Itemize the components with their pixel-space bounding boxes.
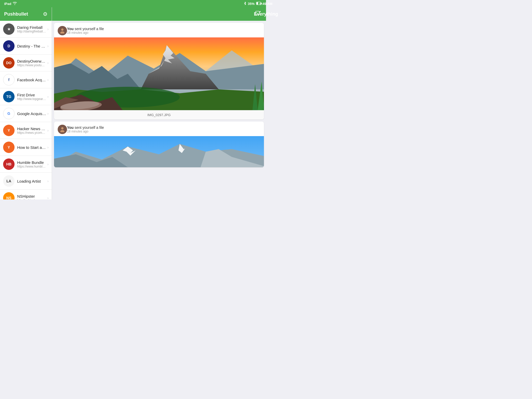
avatar-2: [58, 125, 67, 134]
right-header: Everything: [52, 7, 266, 21]
sidebar-item-text-nshipster: NSHipsterhttp://nshipster.com: [17, 194, 46, 200]
chevron-right-icon: ›: [47, 111, 49, 116]
main-layout: Pushbullet ⚙ ★Daring Fireballhttp://dari…: [0, 7, 266, 200]
sidebar-item-url-humble-bundle: https://www.humblebundle.c...: [17, 165, 46, 168]
feed-filename: IMG_0297.JPG: [54, 110, 264, 119]
feed-time-2: 18 minutes ago: [67, 130, 260, 133]
sidebar-item-name-hacker-news-500: Hacker News 500: [17, 127, 46, 131]
sidebar-item-icon-destiny-game: D: [3, 40, 15, 52]
sidebar-item-nshipster[interactable]: NSNSHipsterhttp://nshipster.com›: [0, 190, 52, 200]
svg-point-4: [61, 29, 64, 31]
chevron-right-icon: ›: [47, 44, 49, 48]
svg-point-22: [60, 130, 64, 132]
chevron-right-icon: ›: [47, 61, 49, 65]
sidebar-item-url-nshipster: http://nshipster.com: [17, 198, 46, 200]
sidebar-item-url-daring-fireball: http://daringfireball.net/: [17, 30, 46, 33]
sidebar-item-icon-google-acquisitions: G: [3, 108, 15, 119]
sidebar-item-name-nshipster: NSHipster: [17, 194, 46, 198]
sidebar-item-text-destiny-game: Destiny - The Game: [17, 44, 46, 48]
sidebar-item-name-destiny-game: Destiny - The Game: [17, 44, 46, 48]
sidebar-item-name-facebook-acquisitions: Facebook Acquisitions: [17, 78, 46, 82]
status-left: iPad: [4, 2, 17, 6]
sidebar-item-text-how-to-start: How to Start a Startup: [17, 145, 46, 150]
chevron-right-icon: ›: [47, 128, 49, 132]
sidebar-item-name-google-acquisitions: Google Acquisitions: [17, 111, 46, 116]
sidebar-item-url-destiny-overwatch: https://www.youtube.com/ch...: [17, 63, 46, 67]
chevron-right-icon: ›: [47, 78, 49, 82]
sidebar-item-text-facebook-acquisitions: Facebook Acquisitions: [17, 78, 46, 82]
sidebar-item-icon-how-to-start: Y: [3, 142, 15, 153]
sidebar-item-text-loading-artist: Loading Artist: [17, 179, 46, 183]
battery-percent: 35%: [248, 2, 255, 6]
feed-sender-2: You sent yourself a file: [67, 125, 260, 130]
wifi-icon: [13, 2, 17, 6]
sidebar-item-name-loading-artist: Loading Artist: [17, 179, 46, 183]
sidebar-item-text-hacker-news-500: Hacker News 500https://news.ycombinator.…: [17, 127, 46, 135]
feed-item: You sent yourself a file 18 minutes ago: [54, 23, 264, 119]
sidebar-item-name-first-drive: First Drive: [17, 93, 46, 97]
feed-meta: You sent yourself a file 18 minutes ago: [67, 27, 260, 35]
svg-rect-2: [257, 2, 258, 4]
sidebar-item-humble-bundle[interactable]: HBHumble Bundlehttps://www.humblebundle.…: [0, 156, 52, 173]
sidebar-item-how-to-start[interactable]: YHow to Start a Startup›: [0, 139, 52, 156]
chevron-right-icon: ›: [47, 27, 49, 31]
feed-sender: You sent yourself a file: [67, 27, 260, 31]
right-title: Everything: [254, 11, 266, 17]
chevron-right-icon: ›: [47, 95, 49, 99]
right-panel: Everything: [52, 7, 266, 200]
sidebar-item-facebook-acquisitions[interactable]: fFacebook Acquisitions›: [0, 71, 52, 88]
sidebar-item-destiny-game[interactable]: DDestiny - The Game›: [0, 38, 52, 55]
feed-image-container: [54, 37, 264, 110]
settings-gear-icon[interactable]: ⚙: [43, 11, 48, 17]
sidebar-item-icon-nshipster: NS: [3, 192, 15, 200]
sidebar-item-text-daring-fireball: Daring Fireballhttp://daringfireball.net…: [17, 25, 46, 33]
sidebar-item-text-humble-bundle: Humble Bundlehttps://www.humblebundle.c.…: [17, 160, 46, 168]
sidebar-item-icon-daring-fireball: ★: [3, 23, 15, 35]
feed-item-header: You sent yourself a file 18 minutes ago: [54, 23, 264, 37]
status-right: 35%: [244, 2, 262, 6]
sidebar-item-destiny-overwatch[interactable]: DODestinyOverwatchhttps://www.youtube.co…: [0, 55, 52, 71]
sidebar-item-first-drive[interactable]: TGFirst Drivehttp://www.topgear.com/uk/t…: [0, 88, 52, 105]
sidebar-item-name-daring-fireball: Daring Fireball: [17, 25, 46, 30]
status-time: 6:49 AM: [260, 2, 266, 6]
ipad-label: iPad: [4, 2, 11, 6]
sidebar-item-icon-humble-bundle: HB: [3, 158, 15, 170]
feed-item-2-header: You sent yourself a file 18 minutes ago: [54, 122, 264, 136]
sidebar: Pushbullet ⚙ ★Daring Fireballhttp://dari…: [0, 7, 52, 200]
sidebar-item-text-google-acquisitions: Google Acquisitions: [17, 111, 46, 116]
bluetooth-icon: [244, 2, 246, 6]
chevron-right-icon: ›: [47, 145, 49, 149]
sidebar-item-url-first-drive: http://www.topgear.com/uk/t...: [17, 97, 46, 101]
sidebar-title: Pushbullet: [4, 11, 28, 17]
sidebar-header: Pushbullet ⚙: [0, 7, 52, 21]
sidebar-item-url-hacker-news-500: https://news.ycombinator.com: [17, 131, 46, 135]
feed-time: 18 minutes ago: [67, 31, 260, 35]
sidebar-item-loading-artist[interactable]: LALoading Artist›: [0, 173, 52, 190]
sidebar-item-icon-facebook-acquisitions: f: [3, 74, 15, 85]
right-content: You sent yourself a file 18 minutes ago: [52, 21, 266, 200]
chevron-right-icon: ›: [47, 179, 49, 183]
sidebar-item-icon-hacker-news-500: Y: [3, 125, 15, 136]
feed-meta-2: You sent yourself a file 18 minutes ago: [67, 125, 260, 133]
sidebar-item-icon-loading-artist: LA: [3, 175, 15, 187]
chevron-right-icon: ›: [47, 196, 49, 200]
feed-image-2-partial: [54, 136, 264, 167]
svg-point-21: [61, 127, 64, 130]
sidebar-item-name-destiny-overwatch: DestinyOverwatch: [17, 59, 46, 63]
feed-item-2: You sent yourself a file 18 minutes ago: [54, 122, 264, 167]
sidebar-item-name-humble-bundle: Humble Bundle: [17, 160, 46, 165]
sidebar-item-text-destiny-overwatch: DestinyOverwatchhttps://www.youtube.com/…: [17, 59, 46, 67]
svg-point-5: [60, 31, 64, 34]
status-bar: iPad 6:49 AM 35%: [0, 0, 266, 7]
sidebar-item-hacker-news-500[interactable]: YHacker News 500https://news.ycombinator…: [0, 122, 52, 139]
sidebar-item-daring-fireball[interactable]: ★Daring Fireballhttp://daringfireball.ne…: [0, 21, 52, 38]
sidebar-item-icon-destiny-overwatch: DO: [3, 57, 15, 69]
sidebar-item-name-how-to-start: How to Start a Startup: [17, 145, 46, 150]
chevron-right-icon: ›: [47, 162, 49, 166]
sidebar-list: ★Daring Fireballhttp://daringfireball.ne…: [0, 21, 52, 200]
avatar: [58, 26, 67, 35]
sidebar-item-text-first-drive: First Drivehttp://www.topgear.com/uk/t..…: [17, 93, 46, 101]
sidebar-item-google-acquisitions[interactable]: GGoogle Acquisitions›: [0, 105, 52, 122]
sidebar-item-icon-first-drive: TG: [3, 91, 15, 102]
